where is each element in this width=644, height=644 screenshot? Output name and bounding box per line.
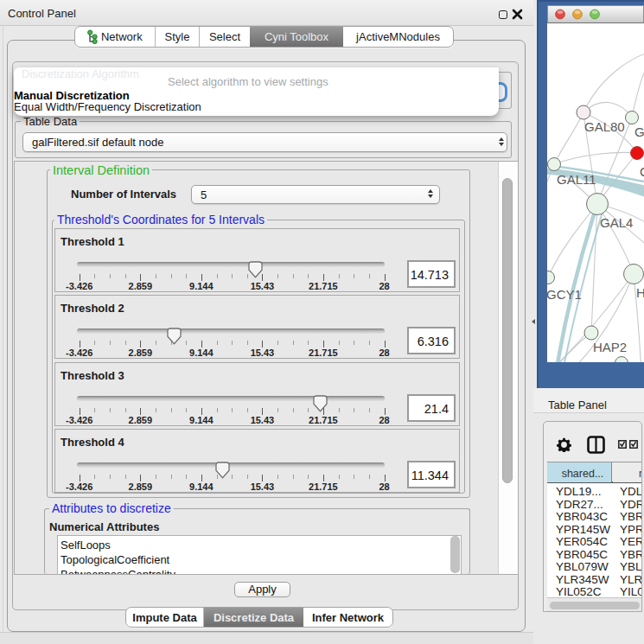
svg-text:C: C bbox=[640, 164, 644, 179]
svg-text:GAL11: GAL11 bbox=[557, 172, 596, 187]
svg-text:GA: GA bbox=[634, 124, 644, 139]
svg-text:GAL80: GAL80 bbox=[584, 119, 625, 134]
svg-text:GCY1: GCY1 bbox=[547, 287, 582, 302]
svg-text:GAL4: GAL4 bbox=[600, 215, 633, 230]
svg-text:HAP2: HAP2 bbox=[593, 340, 627, 354]
svg-text:HI: HI bbox=[636, 285, 644, 300]
